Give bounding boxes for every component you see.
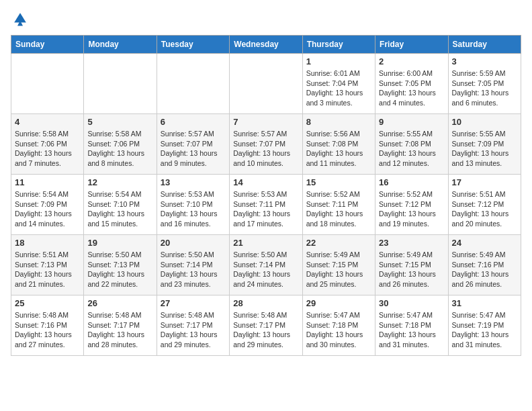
day-number: 26 <box>87 298 152 308</box>
calendar-cell: 31Sunrise: 5:47 AM Sunset: 7:19 PM Dayli… <box>448 295 521 356</box>
day-number: 2 <box>379 56 444 66</box>
day-info: Sunrise: 5:52 AM Sunset: 7:11 PM Dayligh… <box>306 189 371 229</box>
calendar-cell: 14Sunrise: 5:53 AM Sunset: 7:11 PM Dayli… <box>230 175 302 235</box>
weekday-header: Sunday <box>11 36 84 54</box>
day-number: 23 <box>379 238 444 248</box>
calendar-cell: 28Sunrise: 5:48 AM Sunset: 7:17 PM Dayli… <box>230 295 302 356</box>
calendar-week-row: 1Sunrise: 6:01 AM Sunset: 7:04 PM Daylig… <box>11 54 521 114</box>
day-info: Sunrise: 5:50 AM Sunset: 7:14 PM Dayligh… <box>161 250 226 289</box>
day-number: 8 <box>306 117 371 127</box>
calendar-cell <box>230 54 302 114</box>
day-number: 29 <box>306 298 371 308</box>
day-info: Sunrise: 5:48 AM Sunset: 7:16 PM Dayligh… <box>15 310 80 350</box>
day-number: 11 <box>15 177 80 187</box>
weekday-header: Wednesday <box>230 36 302 54</box>
day-info: Sunrise: 5:50 AM Sunset: 7:13 PM Dayligh… <box>87 250 152 289</box>
page-header <box>11 11 521 27</box>
calendar-week-row: 4Sunrise: 5:58 AM Sunset: 7:06 PM Daylig… <box>11 114 521 175</box>
day-info: Sunrise: 5:48 AM Sunset: 7:17 PM Dayligh… <box>233 310 298 350</box>
day-info: Sunrise: 5:53 AM Sunset: 7:10 PM Dayligh… <box>161 189 226 229</box>
day-info: Sunrise: 5:51 AM Sunset: 7:13 PM Dayligh… <box>15 250 80 289</box>
day-number: 21 <box>233 238 298 248</box>
calendar-cell: 20Sunrise: 5:50 AM Sunset: 7:14 PM Dayli… <box>157 235 229 295</box>
day-number: 7 <box>233 117 298 127</box>
day-number: 13 <box>161 177 226 187</box>
calendar-cell: 5Sunrise: 5:58 AM Sunset: 7:06 PM Daylig… <box>84 114 157 175</box>
day-info: Sunrise: 5:56 AM Sunset: 7:08 PM Dayligh… <box>306 129 371 169</box>
day-number: 4 <box>15 117 80 127</box>
day-number: 19 <box>87 238 152 248</box>
calendar-week-row: 25Sunrise: 5:48 AM Sunset: 7:16 PM Dayli… <box>11 295 521 356</box>
calendar-cell: 7Sunrise: 5:57 AM Sunset: 7:07 PM Daylig… <box>230 114 302 175</box>
calendar-cell: 24Sunrise: 5:49 AM Sunset: 7:16 PM Dayli… <box>448 235 521 295</box>
calendar-cell: 29Sunrise: 5:47 AM Sunset: 7:18 PM Dayli… <box>302 295 375 356</box>
day-info: Sunrise: 6:00 AM Sunset: 7:05 PM Dayligh… <box>379 68 444 108</box>
day-number: 12 <box>87 177 152 187</box>
day-number: 22 <box>306 238 371 248</box>
day-info: Sunrise: 5:49 AM Sunset: 7:16 PM Dayligh… <box>452 250 517 289</box>
day-number: 27 <box>161 298 226 308</box>
weekday-header: Tuesday <box>157 36 229 54</box>
calendar-cell: 4Sunrise: 5:58 AM Sunset: 7:06 PM Daylig… <box>11 114 84 175</box>
day-number: 31 <box>452 298 517 308</box>
calendar-cell: 26Sunrise: 5:48 AM Sunset: 7:17 PM Dayli… <box>84 295 157 356</box>
weekday-header: Thursday <box>302 36 375 54</box>
calendar-cell: 23Sunrise: 5:49 AM Sunset: 7:15 PM Dayli… <box>375 235 448 295</box>
calendar-cell: 27Sunrise: 5:48 AM Sunset: 7:17 PM Dayli… <box>157 295 229 356</box>
calendar-cell <box>157 54 229 114</box>
day-info: Sunrise: 5:53 AM Sunset: 7:11 PM Dayligh… <box>233 189 298 229</box>
day-number: 24 <box>452 238 517 248</box>
calendar-cell: 6Sunrise: 5:57 AM Sunset: 7:07 PM Daylig… <box>157 114 229 175</box>
day-info: Sunrise: 5:59 AM Sunset: 7:05 PM Dayligh… <box>452 68 517 108</box>
calendar-cell: 22Sunrise: 5:49 AM Sunset: 7:15 PM Dayli… <box>302 235 375 295</box>
day-number: 20 <box>161 238 226 248</box>
day-info: Sunrise: 5:47 AM Sunset: 7:19 PM Dayligh… <box>452 310 517 350</box>
calendar-cell: 1Sunrise: 6:01 AM Sunset: 7:04 PM Daylig… <box>302 54 375 114</box>
day-info: Sunrise: 5:49 AM Sunset: 7:15 PM Dayligh… <box>306 250 371 289</box>
day-number: 3 <box>452 56 517 66</box>
day-number: 18 <box>15 238 80 248</box>
calendar-header: SundayMondayTuesdayWednesdayThursdayFrid… <box>11 36 521 54</box>
day-info: Sunrise: 5:54 AM Sunset: 7:10 PM Dayligh… <box>87 189 152 229</box>
day-info: Sunrise: 5:58 AM Sunset: 7:06 PM Dayligh… <box>15 129 80 169</box>
day-number: 30 <box>379 298 444 308</box>
logo-icon <box>12 11 28 27</box>
calendar-cell: 13Sunrise: 5:53 AM Sunset: 7:10 PM Dayli… <box>157 175 229 235</box>
calendar-cell: 9Sunrise: 5:55 AM Sunset: 7:08 PM Daylig… <box>375 114 448 175</box>
calendar-cell <box>84 54 157 114</box>
calendar-cell: 11Sunrise: 5:54 AM Sunset: 7:09 PM Dayli… <box>11 175 84 235</box>
day-number: 16 <box>379 177 444 187</box>
calendar-cell: 25Sunrise: 5:48 AM Sunset: 7:16 PM Dayli… <box>11 295 84 356</box>
day-number: 5 <box>87 117 152 127</box>
calendar-cell: 21Sunrise: 5:50 AM Sunset: 7:14 PM Dayli… <box>230 235 302 295</box>
weekday-header: Monday <box>84 36 157 54</box>
day-number: 28 <box>233 298 298 308</box>
day-info: Sunrise: 5:48 AM Sunset: 7:17 PM Dayligh… <box>87 310 152 350</box>
day-info: Sunrise: 5:48 AM Sunset: 7:17 PM Dayligh… <box>161 310 226 350</box>
day-info: Sunrise: 5:55 AM Sunset: 7:08 PM Dayligh… <box>379 129 444 169</box>
calendar-cell: 3Sunrise: 5:59 AM Sunset: 7:05 PM Daylig… <box>448 54 521 114</box>
day-info: Sunrise: 5:58 AM Sunset: 7:06 PM Dayligh… <box>87 129 152 169</box>
weekday-header: Friday <box>375 36 448 54</box>
day-info: Sunrise: 5:50 AM Sunset: 7:14 PM Dayligh… <box>233 250 298 289</box>
calendar-cell: 12Sunrise: 5:54 AM Sunset: 7:10 PM Dayli… <box>84 175 157 235</box>
day-info: Sunrise: 5:49 AM Sunset: 7:15 PM Dayligh… <box>379 250 444 289</box>
day-info: Sunrise: 5:51 AM Sunset: 7:12 PM Dayligh… <box>452 189 517 229</box>
day-number: 15 <box>306 177 371 187</box>
calendar-cell: 10Sunrise: 5:55 AM Sunset: 7:09 PM Dayli… <box>448 114 521 175</box>
day-info: Sunrise: 5:47 AM Sunset: 7:18 PM Dayligh… <box>379 310 444 350</box>
day-info: Sunrise: 5:52 AM Sunset: 7:12 PM Dayligh… <box>379 189 444 229</box>
day-info: Sunrise: 5:47 AM Sunset: 7:18 PM Dayligh… <box>306 310 371 350</box>
day-number: 1 <box>306 56 371 66</box>
day-info: Sunrise: 5:54 AM Sunset: 7:09 PM Dayligh… <box>15 189 80 229</box>
logo <box>11 11 28 27</box>
calendar-cell: 19Sunrise: 5:50 AM Sunset: 7:13 PM Dayli… <box>84 235 157 295</box>
calendar-cell: 17Sunrise: 5:51 AM Sunset: 7:12 PM Dayli… <box>448 175 521 235</box>
calendar-cell: 18Sunrise: 5:51 AM Sunset: 7:13 PM Dayli… <box>11 235 84 295</box>
day-number: 14 <box>233 177 298 187</box>
day-info: Sunrise: 6:01 AM Sunset: 7:04 PM Dayligh… <box>306 68 371 108</box>
day-number: 9 <box>379 117 444 127</box>
weekday-header: Saturday <box>448 36 521 54</box>
calendar-cell: 15Sunrise: 5:52 AM Sunset: 7:11 PM Dayli… <box>302 175 375 235</box>
day-info: Sunrise: 5:57 AM Sunset: 7:07 PM Dayligh… <box>233 129 298 169</box>
